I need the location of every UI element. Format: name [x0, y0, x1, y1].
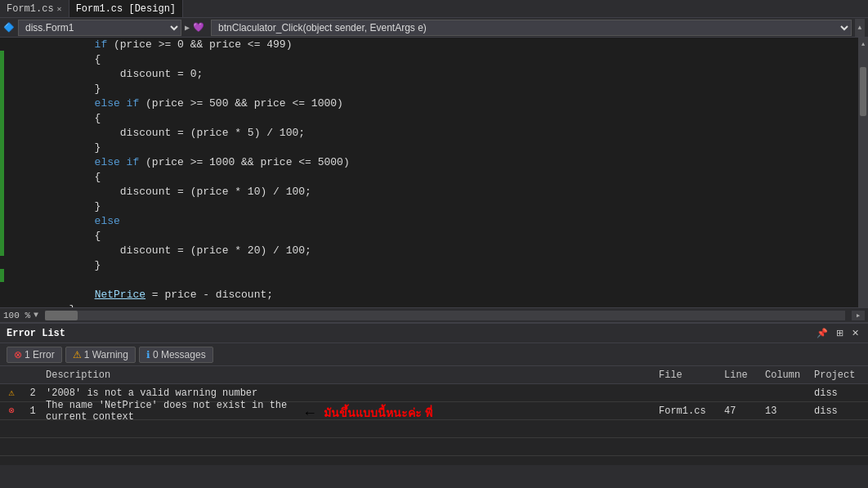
scroll-up-btn[interactable]: ▲: [855, 19, 865, 37]
scroll-up[interactable]: ▲: [858, 38, 868, 51]
code-line-14: {: [18, 229, 858, 244]
code-line-18: NetPrice = price - discount;: [18, 288, 858, 302]
vertical-scrollbar[interactable]: ▲: [858, 38, 868, 307]
class-select[interactable]: diss.Form1: [18, 20, 181, 36]
code-line-17: [18, 273, 858, 288]
toolbar-divider: ▶: [181, 23, 193, 33]
class-icon: 🔷: [3, 22, 15, 33]
code-line-3: discount = 0;: [18, 67, 858, 82]
warning-count-btn[interactable]: ⚠ 1 Warning: [65, 347, 136, 363]
error-panel: Error List 📌 ⊞ ✕ ⊗ 1 Error ⚠ 1 Warning ℹ…: [0, 322, 868, 465]
row1-num: 2: [23, 387, 43, 399]
error-count-btn[interactable]: ⊗ 1 Error: [7, 347, 62, 363]
code-line-5: else if (price >= 500 && price <= 1000): [18, 96, 858, 111]
row1-proj: diss: [811, 387, 868, 399]
error-circle-icon: ⊗: [8, 405, 14, 417]
code-line-10: {: [18, 170, 858, 185]
message-count-btn[interactable]: ℹ 0 Messages: [139, 347, 213, 363]
panel-pin-btn[interactable]: 📌: [814, 328, 830, 338]
tab-form1cs[interactable]: Form1.cs ✕: [0, 0, 69, 17]
code-line-16: }: [18, 258, 858, 273]
col-proj-header: Project: [811, 369, 868, 381]
hscroll-thumb[interactable]: [45, 311, 78, 320]
error-panel-header: Error List 📌 ⊞ ✕: [0, 324, 868, 343]
zoom-label: 100 %: [3, 311, 30, 320]
row2-file: Form1.cs: [655, 405, 721, 417]
code-line-6: {: [18, 111, 858, 126]
col-line-header: Line: [721, 369, 762, 381]
scrollbar-thumb[interactable]: [860, 67, 866, 116]
warning-icon: ⚠: [73, 349, 82, 360]
code-line-13: else: [18, 214, 858, 229]
code-line-9: else if (price >= 1000 && price <= 5000): [18, 155, 858, 170]
arrow-left-icon: ←: [302, 405, 317, 422]
col-col-header: Column: [762, 369, 811, 381]
panel-dock-btn[interactable]: ⊞: [834, 328, 846, 338]
panel-close-btn[interactable]: ✕: [849, 328, 861, 338]
method-icon: 💜: [193, 22, 204, 33]
left-indicator: [0, 38, 11, 307]
code-line-4: }: [18, 82, 858, 96]
table-row[interactable]: ⊗ 1 The name 'NetPrice' does not exist i…: [0, 402, 868, 420]
code-line-2: {: [18, 52, 858, 67]
table-row-empty-2: [0, 438, 868, 456]
code-line-7: discount = (price * 5) / 100;: [18, 126, 858, 141]
error-table-header: Description File Line Column Project: [0, 366, 868, 384]
error-icon: ⊗: [14, 349, 22, 360]
error-count-label: 1 Error: [25, 349, 55, 360]
error-table: ⚠ 2 '2008' is not a valid warning number…: [0, 384, 868, 465]
tab-form1cs-label: Form1.cs: [7, 3, 54, 15]
horizontal-scrollbar[interactable]: [45, 311, 845, 320]
warning-count-label: 1 Warning: [84, 349, 128, 360]
tab-form1cs-design-label: Form1.cs [Design]: [76, 3, 176, 15]
annotation: ← มันขึ้นแบบนี้หนะค่ะ พี่: [302, 404, 432, 422]
table-row-empty-1: [0, 420, 868, 438]
scroll-up-icon: ▲: [858, 24, 862, 31]
code-line-1: if (price >= 0 && price <= 499): [18, 38, 858, 52]
code-line-12: }: [18, 199, 858, 214]
hscroll-right-btn[interactable]: ▶: [852, 311, 865, 320]
row2-line: 47: [721, 405, 762, 417]
zoom-dropdown-btn[interactable]: ▼: [34, 311, 38, 320]
tab-bar: Form1.cs ✕ Form1.cs [Design]: [0, 0, 868, 18]
warn-triangle-icon: ⚠: [8, 387, 14, 399]
row2-col: 13: [762, 405, 811, 417]
code-line-19: }: [18, 302, 858, 307]
col-file-header: File: [655, 369, 721, 381]
code-line-15: discount = (price * 20) / 100;: [18, 244, 858, 258]
scroll-up-arrow-icon: ▲: [861, 41, 865, 47]
panel-controls: 📌 ⊞ ✕: [814, 328, 861, 338]
row1-desc: '2008' is not a valid warning number: [43, 387, 655, 399]
row2-type-icon: ⊗: [0, 405, 23, 417]
code-line-11: discount = (price * 10) / 100;: [18, 185, 858, 199]
error-panel-title: Error List: [7, 328, 65, 339]
row2-proj: diss: [811, 405, 868, 417]
tab-form1cs-close[interactable]: ✕: [57, 4, 62, 14]
message-count-label: 0 Messages: [153, 349, 206, 360]
info-icon: ℹ: [146, 349, 150, 360]
code-line-8: }: [18, 141, 858, 155]
row2-num: 1: [23, 405, 43, 417]
row1-type-icon: ⚠: [0, 387, 23, 399]
bottom-bar: 100 % ▼ ▶: [0, 307, 868, 322]
editor-area: if (price >= 0 && price <= 499) { discou…: [0, 38, 868, 307]
toolbar-bar: 🔷 diss.Form1 ▶ 💜 btnClaculator_Click(obj…: [0, 18, 868, 38]
col-desc-header: Description: [43, 369, 655, 381]
row2-desc: The name 'NetPrice' does not exist in th…: [43, 400, 329, 423]
method-select[interactable]: btnClaculator_Click(object sender, Event…: [211, 20, 852, 36]
code-editor[interactable]: if (price >= 0 && price <= 499) { discou…: [11, 38, 858, 307]
tab-form1cs-design[interactable]: Form1.cs [Design]: [69, 0, 183, 17]
annotation-text: มันขึ้นแบบนี้หนะค่ะ พี่: [324, 404, 432, 422]
error-toolbar: ⊗ 1 Error ⚠ 1 Warning ℹ 0 Messages: [0, 343, 868, 366]
hscroll-right-icon: ▶: [857, 312, 860, 319]
